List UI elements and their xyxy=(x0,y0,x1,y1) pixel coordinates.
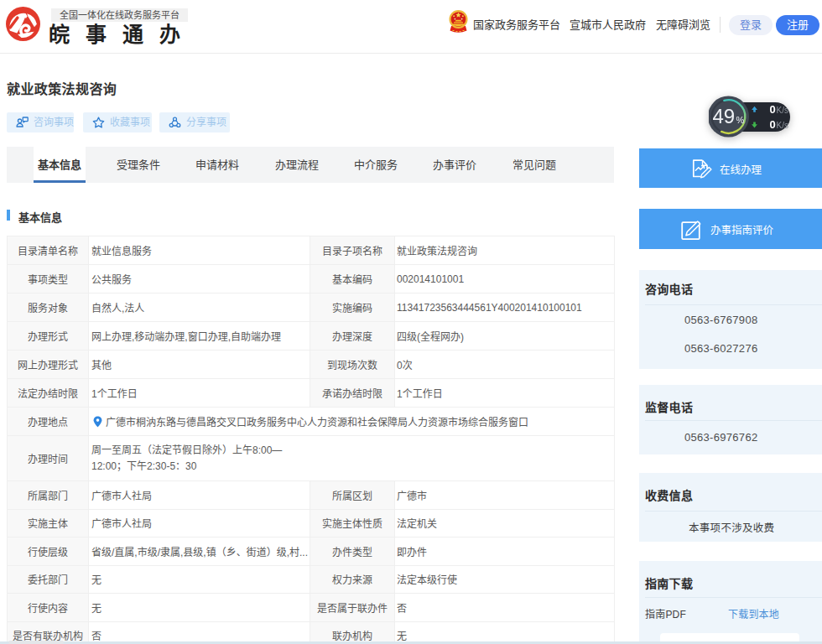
svg-text:0: 0 xyxy=(770,118,776,131)
svg-text:K/s: K/s xyxy=(777,106,788,115)
svg-text:49: 49 xyxy=(713,105,736,127)
svg-text:0: 0 xyxy=(770,103,776,116)
svg-text:%: % xyxy=(736,115,745,125)
svg-text:K/s: K/s xyxy=(777,121,788,130)
